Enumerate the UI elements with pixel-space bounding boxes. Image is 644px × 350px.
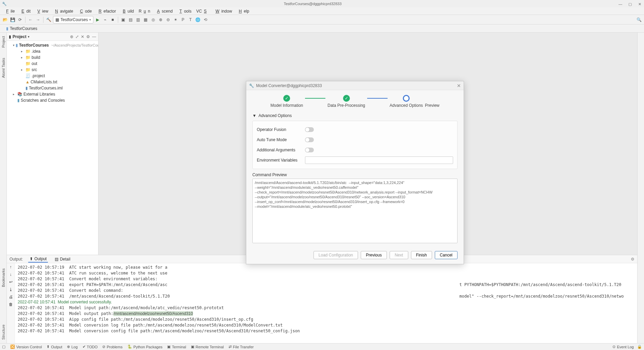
step-model-info[interactable]: ✓ Model Information (270, 95, 303, 108)
back-icon[interactable]: ← (28, 17, 34, 23)
load-configuration-button[interactable]: Load Configuration (314, 251, 358, 259)
tree-scratches[interactable]: ▮ Scratches and Consoles (7, 97, 98, 103)
stop-icon[interactable]: ■ (110, 17, 116, 23)
sb-event-log[interactable]: ⊙ Event Log (612, 345, 634, 349)
auto-tune-toggle[interactable] (305, 137, 314, 142)
env-vars-input[interactable] (305, 156, 453, 164)
tool6-icon[interactable]: ⊕ (158, 17, 164, 23)
tree-item-out[interactable]: 📁 out (7, 61, 98, 67)
menu-build[interactable]: Build (119, 8, 136, 14)
sb-log[interactable]: ⊕ Log (67, 345, 77, 349)
save-icon[interactable]: 💾 (10, 17, 16, 23)
trash-icon[interactable]: 🗑 (9, 302, 13, 307)
expand-all-icon[interactable]: ⤢ (75, 34, 79, 39)
scroll-icon[interactable]: ⭳ (9, 287, 13, 292)
select-opened-icon[interactable]: ⊕ (70, 34, 73, 39)
tab-detail[interactable]: ▤ Detail (53, 256, 72, 262)
sb-lock-icon[interactable]: 🔒 (637, 345, 642, 349)
wrap-icon[interactable]: ↩ (9, 280, 13, 284)
print-icon[interactable]: 🖨 (9, 295, 13, 299)
run-config-selector[interactable]: ▦ TestforCourses ▾ (53, 16, 93, 23)
menu-run[interactable]: Run (137, 8, 152, 14)
additional-args-toggle[interactable] (305, 148, 314, 152)
gear-icon[interactable]: ⚙ (631, 257, 634, 262)
gutter-bookmarks[interactable]: Bookmarks (1, 268, 5, 287)
forward-icon[interactable]: → (35, 17, 41, 23)
tool1-icon[interactable]: ▣ (120, 17, 126, 23)
menu-edit[interactable]: Edit (17, 8, 33, 14)
tool12-icon[interactable]: ⟲ (202, 17, 209, 23)
sb-output[interactable]: ⬆ Output (47, 345, 62, 349)
minimize-icon[interactable]: — (619, 2, 622, 6)
hide-icon[interactable]: — (92, 34, 96, 39)
sb-todo[interactable]: ✔ TODO (83, 345, 98, 349)
tree-item-cmakelists[interactable]: ▲ CMakeLists.txt (7, 79, 98, 85)
sb-python-packages[interactable]: 🐍 Python Packages (127, 345, 163, 349)
operator-fusion-toggle[interactable] (305, 127, 314, 132)
tool4-icon[interactable]: ▦ (143, 17, 149, 23)
finish-button[interactable]: Finish (411, 251, 432, 259)
sb-version-control[interactable]: 🔀 Version Control (10, 345, 42, 349)
tool9-icon[interactable]: P (180, 17, 186, 23)
maximize-icon[interactable]: ▢ (628, 2, 632, 6)
tool3-icon[interactable]: ▥ (135, 17, 141, 23)
menu-view[interactable]: View (33, 8, 50, 14)
tool2-icon[interactable]: ▤ (128, 17, 134, 23)
tree-external-libs[interactable]: ▸📚 External Libraries (7, 91, 98, 97)
search-icon[interactable]: 🔍 (636, 17, 642, 23)
tool5-icon[interactable]: ◎ (150, 17, 156, 23)
down-icon[interactable]: ↓ (10, 272, 12, 277)
tool7-icon[interactable]: ⊖ (165, 17, 171, 23)
command-preview-textarea[interactable] (252, 179, 458, 243)
next-button[interactable]: Next (390, 251, 408, 259)
menu-file[interactable]: File (2, 8, 17, 14)
sb-terminal[interactable]: ▣ Terminal (167, 345, 186, 349)
open-icon[interactable]: 📂 (2, 17, 8, 23)
menu-navigate[interactable]: Navigate (51, 8, 75, 14)
menu-window[interactable]: Window (211, 8, 234, 14)
gutter-structure[interactable]: Structure (1, 324, 5, 340)
project-panel: ▮ Project ▾ ⊕ ⤢ ✕ ⚙ — ▾ ▮ Testfor (7, 33, 99, 255)
step-preprocessing[interactable]: ✓ Data Pre-Processing (327, 95, 365, 108)
chevron-down-icon[interactable]: ▾ (28, 35, 30, 38)
tool11-icon[interactable]: 🌐 (195, 17, 201, 23)
dialog-close-icon[interactable]: ✕ (457, 83, 461, 88)
build-icon[interactable]: 🔨 (46, 17, 52, 23)
debug-icon[interactable]: ⌁ (102, 17, 108, 23)
tab-output[interactable]: ⬆ Output (28, 256, 48, 263)
tree-item-idea[interactable]: ▸📁 .idea (7, 48, 98, 54)
sb-remote-terminal[interactable]: ▣ Remote Terminal (191, 345, 224, 349)
menu-help[interactable]: Help (235, 8, 251, 14)
sb-problems[interactable]: ⊘ Problems (102, 345, 122, 349)
sb-file-transfer[interactable]: ⇄ File Transfer (229, 345, 254, 349)
tree-item-iml[interactable]: ▮ TestforCourses.iml (7, 85, 98, 91)
menu-tools[interactable]: Tools (175, 8, 193, 14)
tree-item-src[interactable]: ▸📁 src (7, 67, 98, 73)
output-text[interactable]: 2022-07-02 10:57:19 ATC start working no… (15, 263, 637, 343)
gear-icon[interactable]: ⚙ (86, 34, 90, 39)
menu-refactor[interactable]: Refactor (94, 8, 118, 14)
tree-root[interactable]: ▾ ▮ TestforCourses ~/AscendProjects/Test… (7, 42, 98, 48)
tool8-icon[interactable]: ✶ (173, 17, 179, 23)
menu-code[interactable]: Code (76, 8, 94, 14)
tool10-icon[interactable]: T (187, 17, 194, 23)
advanced-options-toggle[interactable]: ▼ Advanced Options (252, 113, 458, 118)
tree-item-build[interactable]: ▸📁 build (7, 54, 98, 61)
run-icon[interactable]: ▶ (95, 17, 101, 23)
gutter-project[interactable]: Project (1, 36, 5, 48)
breadcrumb-label[interactable]: TestforCourses (10, 26, 37, 31)
sync-icon[interactable]: ⟳ (17, 17, 23, 23)
close-icon[interactable]: ✕ (638, 2, 642, 6)
tree-item-project[interactable]: 🧾 .project (7, 73, 98, 79)
previous-button[interactable]: Previous (361, 251, 387, 259)
cancel-button[interactable]: Cancel (435, 251, 458, 259)
gutter-atoml[interactable]: Atoml Tasks (1, 58, 5, 78)
left-gutter: Project Atoml Tasks Bookmarks Structure (0, 33, 7, 343)
up-icon[interactable]: ↑ (10, 265, 12, 269)
menu-vcs[interactable]: VCS (194, 8, 211, 14)
sb-square-icon[interactable]: ▢ (2, 345, 5, 349)
step-advanced[interactable]: Advanced Options (390, 95, 423, 108)
collapse-icon[interactable]: ✕ (81, 34, 84, 39)
step-preview[interactable]: Preview (425, 95, 440, 108)
menu-ascend[interactable]: Ascend (153, 8, 175, 14)
